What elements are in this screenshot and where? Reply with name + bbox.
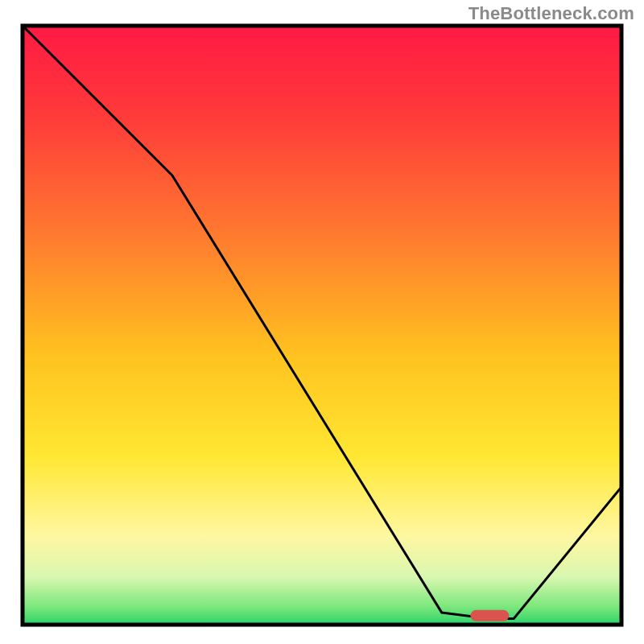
plot-area [23, 26, 621, 625]
attribution-watermark: TheBottleneck.com [469, 3, 634, 24]
optimal-marker [470, 610, 509, 621]
chart-svg [0, 0, 644, 644]
